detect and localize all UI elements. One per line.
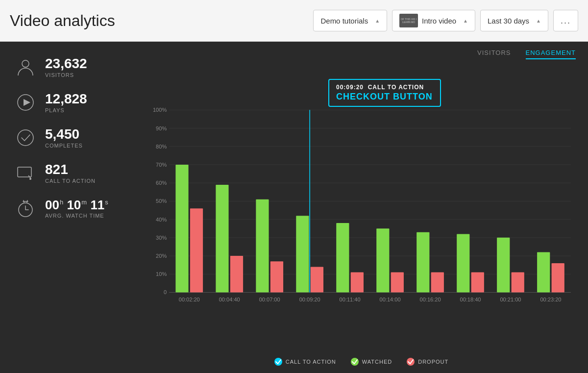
svg-text:100%: 100% — [153, 107, 167, 113]
visitors-label: VISITORS — [45, 72, 87, 78]
svg-text:00:09:20: 00:09:20 — [299, 297, 320, 302]
svg-text:00:07:00: 00:07:00 — [259, 297, 280, 302]
tab-engagement[interactable]: ENGAGEMENT — [526, 49, 576, 59]
plays-stat: 12,828 PLAYS — [15, 92, 132, 113]
svg-rect-46 — [471, 273, 484, 293]
plays-label: PLAYS — [45, 107, 87, 113]
svg-text:0: 0 — [164, 290, 167, 296]
svg-point-3 — [18, 130, 33, 146]
svg-rect-50 — [552, 263, 564, 293]
watch-time-icon — [15, 198, 36, 219]
svg-rect-32 — [190, 208, 203, 292]
video-caret-icon: ▲ — [463, 18, 468, 24]
header-controls: Demo tutorials ▲ OF THIS VID I LEARN MO … — [313, 10, 578, 31]
legend-dropout: DROPOUT — [407, 358, 448, 366]
svg-text:00:16:20: 00:16:20 — [420, 297, 441, 302]
cta-stat: 821 CALL TO ACTION — [15, 162, 132, 184]
watch-time-label: AVRG. WATCH TIME — [45, 213, 108, 219]
legend-watched: WATCHED — [351, 358, 392, 366]
svg-text:50%: 50% — [156, 198, 167, 204]
video-thumbnail: OF THIS VID I LEARN MO — [399, 14, 418, 27]
watch-time-value: 00h 10m 11s — [45, 199, 108, 211]
svg-rect-41 — [376, 228, 389, 292]
svg-rect-44 — [431, 273, 444, 293]
svg-text:10%: 10% — [156, 271, 167, 277]
cta-icon — [15, 162, 36, 184]
svg-text:00:04:40: 00:04:40 — [219, 297, 240, 302]
course-caret-icon: ▲ — [375, 18, 380, 24]
svg-text:00:23:20: 00:23:20 — [540, 297, 561, 302]
more-options-button[interactable]: ... — [553, 10, 578, 31]
legend-cta: CALL TO ACTION — [274, 358, 336, 366]
svg-point-6 — [29, 178, 31, 180]
svg-text:40%: 40% — [156, 217, 167, 223]
svg-marker-2 — [24, 99, 30, 106]
chart-legend: CALL TO ACTION WATCHED DROPOUT — [147, 353, 576, 368]
svg-rect-42 — [391, 273, 404, 293]
cta-value: 821 — [45, 163, 96, 176]
svg-text:00:21:00: 00:21:00 — [500, 297, 521, 302]
completes-value: 5,450 — [45, 127, 83, 141]
visitors-stat: 23,632 VISITORS — [15, 56, 132, 78]
svg-rect-33 — [216, 185, 228, 293]
svg-rect-37 — [296, 216, 309, 292]
plays-icon — [15, 92, 36, 113]
completes-label: COMPLETES — [45, 143, 83, 149]
svg-rect-4 — [18, 167, 31, 177]
svg-rect-49 — [537, 252, 550, 293]
svg-rect-31 — [175, 165, 188, 292]
chart-tabs: VISITORS ENGAGEMENT — [147, 49, 576, 59]
cta-legend-dot — [274, 358, 282, 366]
completes-icon — [15, 127, 36, 149]
date-dropdown[interactable]: Last 30 days ▲ — [480, 10, 548, 31]
svg-text:80%: 80% — [156, 144, 167, 149]
svg-text:00:02:20: 00:02:20 — [179, 297, 200, 302]
tab-visitors[interactable]: VISITORS — [477, 49, 511, 59]
chart-container: 010%20%30%40%50%60%70%80%90%100%00:02:20… — [147, 64, 576, 353]
watched-legend-dot — [351, 358, 359, 366]
header: Video analytics Demo tutorials ▲ OF THIS… — [0, 0, 588, 42]
svg-rect-43 — [416, 232, 429, 293]
svg-point-0 — [22, 60, 29, 67]
svg-text:70%: 70% — [156, 162, 167, 168]
date-caret-icon: ▲ — [536, 18, 541, 24]
svg-rect-39 — [336, 223, 349, 292]
svg-rect-40 — [351, 273, 364, 293]
svg-rect-38 — [311, 267, 323, 292]
dropout-legend-dot — [407, 358, 415, 366]
svg-rect-34 — [230, 256, 243, 292]
stats-sidebar: 23,632 VISITORS 12,828 PLAYS — [0, 42, 142, 373]
svg-rect-48 — [512, 273, 524, 293]
svg-rect-35 — [256, 199, 269, 293]
cta-label: CALL TO ACTION — [45, 178, 96, 184]
svg-text:00:18:40: 00:18:40 — [460, 297, 481, 302]
svg-text:00:14:00: 00:14:00 — [380, 297, 401, 302]
svg-text:30%: 30% — [156, 235, 167, 241]
svg-text:00:11:40: 00:11:40 — [340, 297, 361, 302]
svg-rect-36 — [270, 261, 283, 292]
video-dropdown[interactable]: OF THIS VID I LEARN MO Intro video ▲ — [392, 10, 475, 31]
svg-text:90%: 90% — [156, 125, 167, 131]
main-content: 23,632 VISITORS 12,828 PLAYS — [0, 42, 588, 373]
plays-value: 12,828 — [45, 92, 87, 106]
svg-rect-45 — [457, 234, 469, 292]
chart-area: VISITORS ENGAGEMENT 010%20%30%40%50%60%7… — [142, 42, 588, 373]
svg-text:20%: 20% — [156, 253, 167, 259]
visitors-value: 23,632 — [45, 57, 87, 71]
completes-stat: 5,450 COMPLETES — [15, 127, 132, 149]
course-dropdown[interactable]: Demo tutorials ▲ — [313, 10, 387, 31]
svg-text:60%: 60% — [156, 180, 167, 186]
watch-time-stat: 00h 10m 11s AVRG. WATCH TIME — [15, 198, 132, 219]
svg-rect-47 — [497, 238, 510, 293]
visitors-icon — [15, 56, 36, 78]
page-title: Video analytics — [10, 12, 115, 30]
